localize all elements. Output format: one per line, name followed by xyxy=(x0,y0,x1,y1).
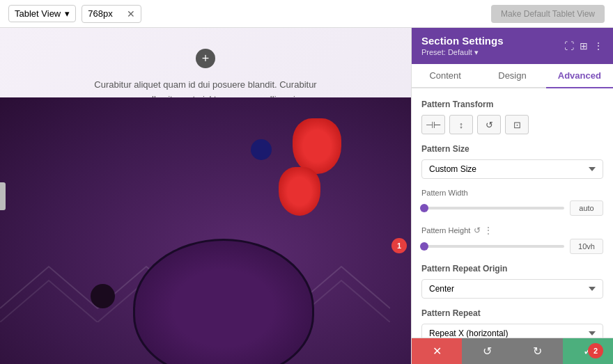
more-options-icon[interactable]: ⋮ xyxy=(593,40,603,52)
pattern-width-section: Pattern Width auto xyxy=(421,189,603,216)
pattern-width-slider[interactable] xyxy=(421,207,564,209)
pattern-repeat-origin-select[interactable]: Center Top Left Top Right Bottom Left Bo… xyxy=(421,279,603,299)
pattern-repeat-label: Pattern Repeat xyxy=(421,308,603,318)
pattern-transform-section: Pattern Transform ⊣⊢ ↕ ↺ ⊡ xyxy=(421,100,603,134)
pattern-size-section: Pattern Size Custom Size Cover Contain A… xyxy=(421,144,603,179)
pattern-repeat-select[interactable]: Repeat X (horizontal) Repeat Y (vertical… xyxy=(421,324,603,338)
rotate-button[interactable]: ↺ xyxy=(477,115,501,134)
pattern-repeat-section: Pattern Repeat Repeat X (horizontal) Rep… xyxy=(421,308,603,338)
panel-preset[interactable]: Preset: Default ▾ xyxy=(421,48,504,57)
pattern-width-slider-row: auto xyxy=(421,200,603,216)
make-default-button[interactable]: Make Default Tablet View xyxy=(491,5,605,23)
pattern-repeat-origin-label: Pattern Repeat Origin xyxy=(421,264,603,274)
tab-design[interactable]: Design xyxy=(479,64,545,88)
strawberry-1 xyxy=(293,118,341,174)
pattern-width-value[interactable]: auto xyxy=(570,200,603,216)
pattern-height-label: Pattern Height ↺ ⋮ xyxy=(421,225,603,235)
chevron-down-icon: ▾ xyxy=(65,8,70,19)
panel-header-icons: ⛶ ⊞ ⋮ xyxy=(564,40,603,52)
pattern-height-slider[interactable] xyxy=(421,245,564,248)
view-select[interactable]: Tablet View ▾ xyxy=(8,5,76,22)
top-bar: Tablet View ▾ ✕ Make Default Tablet View xyxy=(0,0,613,28)
bottom-toolbar: ✕ ↺ ↻ ✓ xyxy=(412,338,613,364)
pattern-size-select[interactable]: Custom Size Cover Contain Auto xyxy=(421,159,603,179)
pattern-height-slider-row: 10vh xyxy=(421,239,603,254)
settings-panel: Section Settings Preset: Default ▾ ⛶ ⊞ ⋮… xyxy=(411,28,613,364)
panel-title: Section Settings xyxy=(421,35,504,47)
left-edge-bar xyxy=(0,182,6,210)
add-section-button[interactable]: + xyxy=(196,49,215,68)
transform-icons-row: ⊣⊢ ↕ ↺ ⊡ xyxy=(421,115,603,134)
badge-2: 2 xyxy=(588,343,603,358)
redo-button[interactable]: ↻ xyxy=(513,338,563,364)
tab-advanced[interactable]: Advanced xyxy=(546,64,613,88)
cancel-button[interactable]: ✕ xyxy=(412,338,462,364)
pattern-height-value[interactable]: 10vh xyxy=(570,239,603,254)
pattern-repeat-origin-section: Pattern Repeat Origin Center Top Left To… xyxy=(421,264,603,299)
close-icon[interactable]: ✕ xyxy=(127,8,135,19)
strawberry-2 xyxy=(279,167,320,216)
main-area: + Curabitur aliquet quam id dui posuere … xyxy=(0,28,613,364)
flip-v-button[interactable]: ↕ xyxy=(449,115,473,134)
flip-h-button[interactable]: ⊣⊢ xyxy=(421,115,445,134)
pattern-height-more-icon[interactable]: ⋮ xyxy=(484,225,492,235)
food-image-area xyxy=(0,97,411,364)
reset-button[interactable]: ↺ xyxy=(462,338,512,364)
pattern-height-section: Pattern Height ↺ ⋮ 10vh xyxy=(421,225,603,254)
pattern-height-reset-icon[interactable]: ↺ xyxy=(474,225,481,235)
blueberry xyxy=(251,139,272,160)
reset-transform-button[interactable]: ⊡ xyxy=(505,115,529,134)
pattern-width-label: Pattern Width xyxy=(421,189,603,197)
pattern-transform-label: Pattern Transform xyxy=(421,100,603,109)
panel-body: Pattern Transform ⊣⊢ ↕ ↺ ⊡ Pattern Size … xyxy=(412,88,613,338)
fullscreen-icon[interactable]: ⛶ xyxy=(564,40,574,52)
tab-content[interactable]: Content xyxy=(412,64,479,88)
view-select-label: Tablet View xyxy=(15,8,61,19)
panel-tabs: Content Design Advanced xyxy=(412,64,613,88)
blackberry xyxy=(91,284,115,308)
pattern-size-label: Pattern Size xyxy=(421,144,603,154)
panel-header: Section Settings Preset: Default ▾ ⛶ ⊞ ⋮ xyxy=(412,28,613,64)
badge-1: 1 xyxy=(391,238,407,253)
px-input-container: ✕ xyxy=(82,5,141,23)
canvas-area: + Curabitur aliquet quam id dui posuere … xyxy=(0,28,411,364)
columns-icon[interactable]: ⊞ xyxy=(580,40,588,52)
px-input[interactable] xyxy=(88,8,123,19)
